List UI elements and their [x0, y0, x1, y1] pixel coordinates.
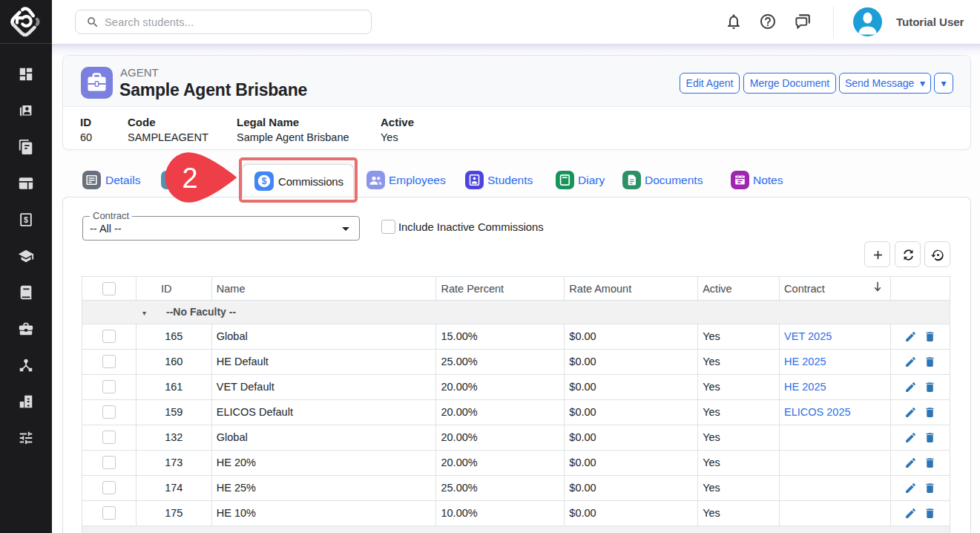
svg-text:$: $ [24, 215, 28, 224]
